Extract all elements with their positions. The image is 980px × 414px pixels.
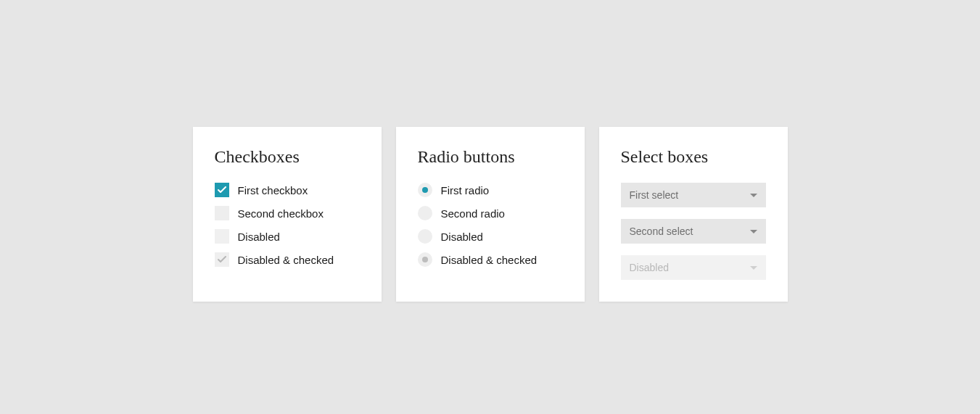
radio-row: Disabled & checked <box>418 252 563 267</box>
checkbox-icon[interactable] <box>215 183 229 197</box>
selects-card: Select boxes First select Second select … <box>599 127 788 302</box>
select-row: First select <box>621 183 766 207</box>
checkbox-row: Disabled & checked <box>215 252 360 267</box>
radios-title: Radio buttons <box>418 147 563 167</box>
select-row: Disabled <box>621 255 766 280</box>
caret-down-icon <box>750 266 757 270</box>
select-box[interactable]: First select <box>621 183 766 207</box>
checkbox-label: Second checkbox <box>238 207 324 220</box>
caret-down-icon <box>750 230 757 233</box>
radio-row: Disabled <box>418 229 563 244</box>
checkboxes-card: Checkboxes First checkbox Second checkbo… <box>193 127 382 302</box>
checkbox-row: Disabled <box>215 229 360 244</box>
radio-label: Disabled & checked <box>441 254 538 266</box>
checkbox-row[interactable]: Second checkbox <box>215 206 360 220</box>
checkboxes-title: Checkboxes <box>215 147 360 167</box>
radio-row[interactable]: Second radio <box>418 206 563 220</box>
cards-container: Checkboxes First checkbox Second checkbo… <box>193 127 788 302</box>
caret-down-icon <box>750 194 757 197</box>
select-label: Disabled <box>630 262 669 273</box>
checkbox-label: Disabled <box>238 231 280 243</box>
checkbox-icon <box>215 229 229 244</box>
checkbox-label: First checkbox <box>238 184 308 196</box>
select-label: First select <box>630 189 679 201</box>
checkbox-icon <box>215 252 229 267</box>
select-box[interactable]: Second select <box>621 219 766 244</box>
radio-icon[interactable] <box>418 183 432 197</box>
radio-icon <box>418 229 432 244</box>
select-box: Disabled <box>621 255 766 280</box>
radio-label: Second radio <box>441 207 505 220</box>
select-label: Second select <box>630 225 693 237</box>
checkbox-icon[interactable] <box>215 206 229 220</box>
radio-label: First radio <box>441 184 490 196</box>
checkbox-label: Disabled & checked <box>238 254 334 266</box>
select-row: Second select <box>621 219 766 244</box>
checkbox-row[interactable]: First checkbox <box>215 183 360 197</box>
radio-icon[interactable] <box>418 206 432 220</box>
radio-row[interactable]: First radio <box>418 183 563 197</box>
radio-icon <box>418 252 432 267</box>
radios-card: Radio buttons First radio Second radio D… <box>396 127 585 302</box>
selects-title: Select boxes <box>621 147 766 167</box>
radio-label: Disabled <box>441 231 483 243</box>
